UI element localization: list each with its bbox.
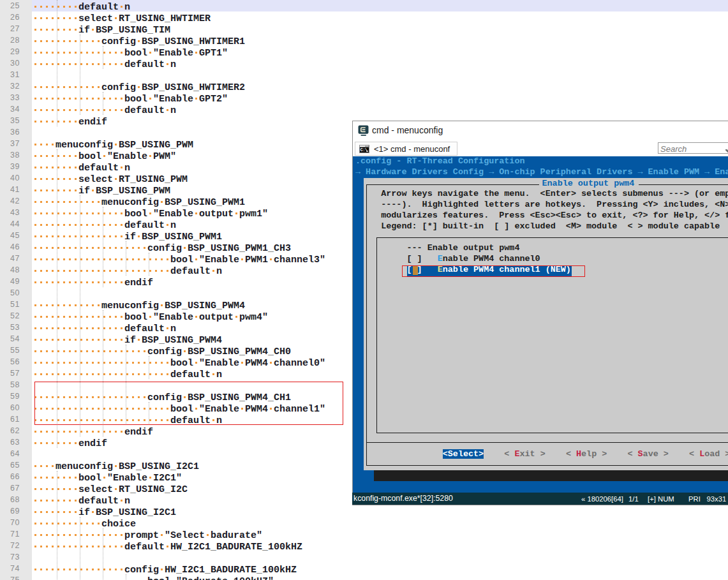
svg-text:C:\: C:\ [360, 147, 368, 152]
